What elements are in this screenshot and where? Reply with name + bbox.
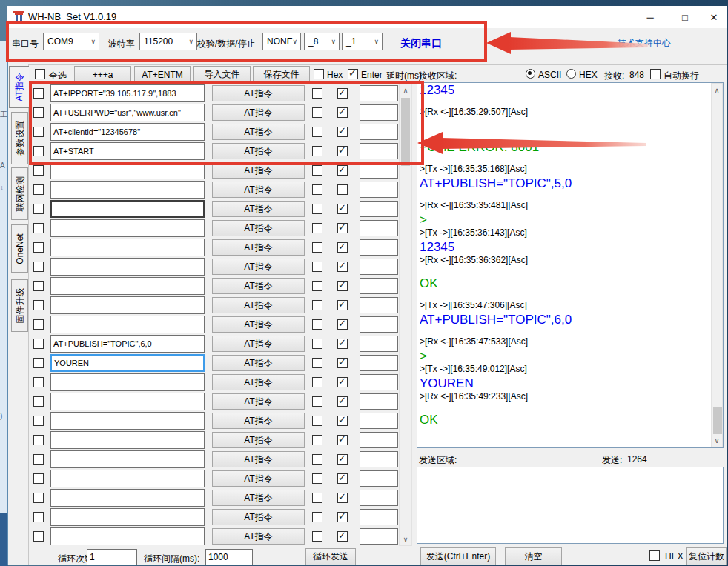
row-delay-input[interactable] — [360, 374, 398, 390]
row-enter-checkbox[interactable] — [337, 107, 348, 118]
clear-button[interactable]: 清空 — [505, 547, 562, 565]
send-command-button[interactable]: AT指令 — [212, 432, 305, 448]
row-hex-checkbox[interactable] — [312, 512, 322, 522]
row-hex-checkbox[interactable] — [312, 146, 322, 156]
send-command-button[interactable]: AT指令 — [212, 182, 305, 198]
row-delay-input[interactable] — [360, 182, 398, 198]
ascii-radio[interactable] — [526, 69, 535, 79]
row-delay-input[interactable] — [360, 162, 398, 179]
row-delay-input[interactable] — [360, 124, 398, 140]
row-hex-checkbox[interactable] — [312, 416, 322, 426]
row-hex-checkbox[interactable] — [312, 454, 322, 465]
row-hex-checkbox[interactable] — [312, 242, 322, 253]
row-hex-checkbox[interactable] — [312, 88, 322, 99]
row-enter-checkbox[interactable] — [337, 473, 348, 484]
row-delay-input[interactable] — [360, 259, 398, 275]
command-input[interactable] — [50, 393, 205, 410]
row-hex-checkbox[interactable] — [312, 262, 322, 272]
close-serial-button[interactable]: 关闭串口 — [400, 37, 442, 50]
send-command-button[interactable]: AT指令 — [212, 413, 305, 429]
row-enter-checkbox[interactable] — [337, 493, 348, 503]
send-command-button[interactable]: AT指令 — [212, 490, 305, 506]
import-file-button[interactable]: 导入文件 — [193, 66, 251, 83]
command-input[interactable] — [50, 277, 205, 295]
row-delay-input[interactable] — [360, 470, 398, 487]
row-enter-checkbox[interactable] — [337, 377, 348, 387]
row-select-checkbox[interactable] — [33, 88, 44, 99]
row-select-checkbox[interactable] — [33, 512, 44, 522]
row-delay-input[interactable] — [360, 355, 398, 371]
loop-send-button[interactable]: 循环发送 — [305, 548, 356, 565]
autowrap-checkbox[interactable] — [650, 69, 661, 79]
row-select-checkbox[interactable] — [33, 262, 44, 272]
send-command-button[interactable]: AT指令 — [212, 239, 305, 256]
row-hex-checkbox[interactable] — [312, 339, 322, 349]
reset-counter-button[interactable]: 复位计数 — [686, 547, 727, 565]
row-enter-checkbox[interactable] — [337, 300, 348, 310]
command-input[interactable] — [50, 239, 205, 256]
row-select-checkbox[interactable] — [33, 223, 44, 233]
command-input[interactable] — [50, 181, 205, 199]
row-hex-checkbox[interactable] — [312, 300, 322, 310]
close-button[interactable]: ✕ — [701, 7, 727, 27]
send-command-button[interactable]: AT指令 — [212, 143, 305, 159]
row-hex-checkbox[interactable] — [312, 184, 322, 195]
row-select-checkbox[interactable] — [33, 281, 44, 291]
command-input[interactable] — [50, 200, 205, 218]
row-hex-checkbox[interactable] — [312, 493, 322, 503]
send-button[interactable]: 发送(Ctrl+Enter) — [420, 547, 496, 565]
command-input[interactable] — [50, 335, 205, 353]
hex-radio[interactable] — [566, 69, 576, 79]
send-command-button[interactable]: AT指令 — [212, 393, 305, 410]
send-hex-checkbox[interactable] — [649, 550, 660, 561]
send-command-button[interactable]: AT指令 — [212, 528, 305, 545]
row-select-checkbox[interactable] — [33, 242, 44, 253]
row-select-checkbox[interactable] — [33, 204, 44, 214]
command-input[interactable] — [50, 470, 205, 487]
send-command-button[interactable]: AT指令 — [212, 451, 305, 467]
loop-interval-input[interactable] — [205, 549, 253, 565]
row-select-checkbox[interactable] — [33, 127, 44, 137]
row-enter-checkbox[interactable] — [337, 319, 348, 330]
tab-固件升级[interactable]: 固件升级 — [11, 279, 28, 332]
row-hex-checkbox[interactable] — [312, 204, 322, 214]
row-select-checkbox[interactable] — [33, 339, 44, 349]
row-hex-checkbox[interactable] — [312, 358, 322, 368]
send-command-button[interactable]: AT指令 — [212, 355, 305, 371]
send-command-button[interactable]: AT指令 — [212, 201, 305, 217]
row-delay-input[interactable] — [360, 220, 398, 236]
tab-参数设置[interactable]: 参数设置 — [11, 112, 28, 164]
row-select-checkbox[interactable] — [33, 473, 44, 484]
row-delay-input[interactable] — [360, 85, 398, 101]
scroll-up-icon[interactable]: ∧ — [712, 84, 722, 96]
row-enter-checkbox[interactable] — [337, 262, 348, 272]
command-input[interactable] — [50, 258, 205, 276]
command-input[interactable] — [50, 316, 205, 333]
scrollbar-thumb[interactable] — [401, 98, 410, 166]
row-delay-input[interactable] — [360, 490, 398, 506]
row-select-checkbox[interactable] — [33, 531, 44, 542]
command-input[interactable] — [50, 527, 205, 545]
row-select-checkbox[interactable] — [33, 493, 44, 503]
enter-mode-checkbox[interactable] — [348, 69, 358, 79]
row-enter-checkbox[interactable] — [337, 184, 348, 195]
row-select-checkbox[interactable] — [33, 396, 44, 407]
row-select-checkbox[interactable] — [33, 300, 44, 310]
row-hex-checkbox[interactable] — [312, 377, 322, 387]
row-hex-checkbox[interactable] — [312, 107, 322, 118]
send-command-button[interactable]: AT指令 — [212, 162, 305, 179]
send-command-button[interactable]: AT指令 — [212, 85, 305, 101]
row-select-checkbox[interactable] — [33, 146, 44, 156]
receive-scrollbar[interactable]: ∧ ∨ — [711, 83, 723, 447]
send-command-button[interactable]: AT指令 — [212, 278, 305, 294]
send-command-button[interactable]: AT指令 — [212, 470, 305, 487]
row-enter-checkbox[interactable] — [337, 165, 348, 176]
row-enter-checkbox[interactable] — [337, 454, 348, 465]
row-select-checkbox[interactable] — [33, 107, 44, 118]
row-select-checkbox[interactable] — [33, 377, 44, 387]
row-select-checkbox[interactable] — [33, 435, 44, 445]
command-list-scrollbar[interactable]: ∧ ∨ — [399, 83, 412, 546]
row-enter-checkbox[interactable] — [337, 146, 348, 156]
row-select-checkbox[interactable] — [33, 416, 44, 426]
row-enter-checkbox[interactable] — [337, 339, 348, 349]
